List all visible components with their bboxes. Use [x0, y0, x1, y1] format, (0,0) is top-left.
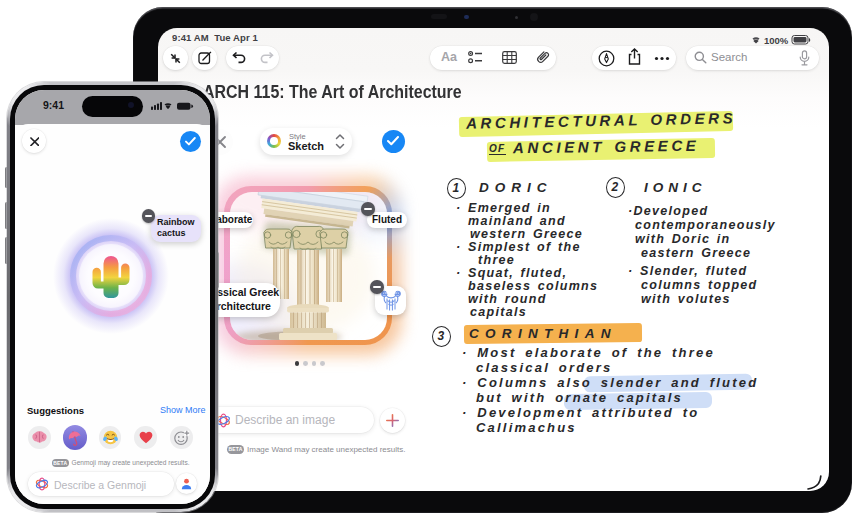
svg-text:100%: 100% [764, 35, 789, 46]
